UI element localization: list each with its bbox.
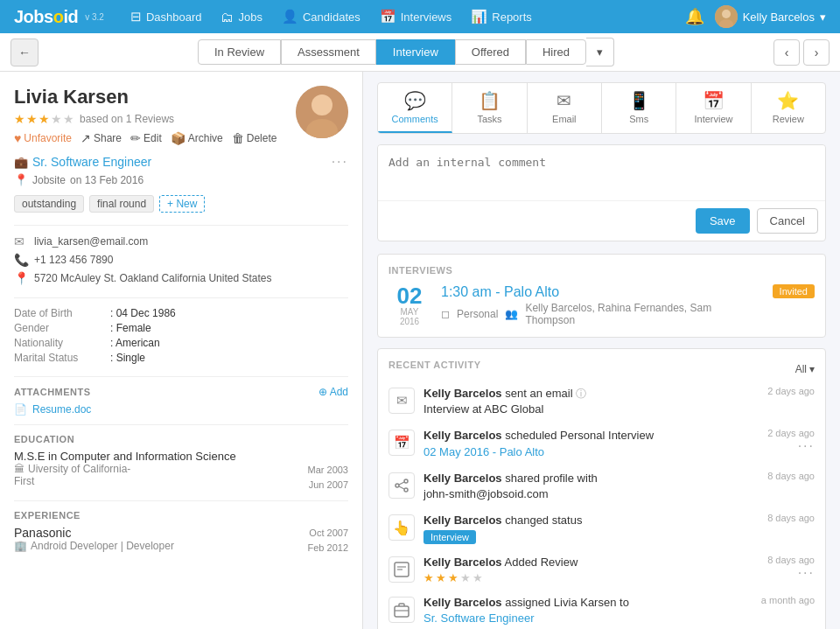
education-header: EDUCATION <box>14 434 348 444</box>
pipeline-stages: In Review Assessment Interview Offered H… <box>49 38 763 66</box>
user-dropdown-icon: ▾ <box>820 10 826 24</box>
add-attachment-button[interactable]: ⊕ Add <box>318 386 348 398</box>
pipeline-bar: ← In Review Assessment Interview Offered… <box>0 33 840 72</box>
bell-icon[interactable]: 🔔 <box>685 7 704 26</box>
gender-value: : Female <box>110 322 151 334</box>
activity-time-4: 8 days ago ··· <box>736 555 815 581</box>
education-title: EDUCATION <box>14 434 74 444</box>
rating-stars: ★ ★ ★ ★ ★ <box>14 112 74 126</box>
job-row: 💼 Sr. Software Engineer ··· <box>14 154 348 170</box>
nav-jobs[interactable]: 🗂 Jobs <box>212 0 270 33</box>
contact-email: ✉ livia_karsen@email.com <box>14 234 348 248</box>
tab-comments[interactable]: 💬 Comments <box>378 83 452 133</box>
candidate-avatar-image <box>296 86 348 138</box>
prev-candidate-button[interactable]: ‹ <box>774 39 800 66</box>
stage-offered[interactable]: Offered <box>455 39 526 65</box>
activity-item-1: 📅 Kelly Barcelos scheduled Personal Inte… <box>388 428 815 459</box>
activity-job-icon-5 <box>388 597 415 623</box>
comment-textarea[interactable] <box>378 145 825 198</box>
interview-details: 1:30 am - Palo Alto ◻ Personal 👥 Kelly B… <box>441 284 762 326</box>
job-more-button[interactable]: ··· <box>332 154 348 170</box>
activity-content-1: Kelly Barcelos scheduled Personal Interv… <box>424 428 727 459</box>
svg-line-11 <box>399 486 404 489</box>
nav-candidates[interactable]: 👤 Candidates <box>273 0 369 33</box>
tab-tasks[interactable]: 📋 Tasks <box>452 83 527 133</box>
jobs-icon: 🗂 <box>220 10 234 24</box>
activity-more-4[interactable]: ··· <box>736 565 815 581</box>
unfavorite-button[interactable]: ♥ Unfavorite <box>14 131 72 145</box>
tab-sms[interactable]: 📱 Sms <box>602 83 676 133</box>
user-menu[interactable]: Kelly Barcelos ▾ <box>715 5 826 28</box>
candidate-name: Livia Karsen <box>14 86 296 108</box>
comment-box: Save Cancel <box>377 144 826 241</box>
nav-reports[interactable]: 📊 Reports <box>462 0 541 33</box>
svg-point-8 <box>396 484 399 487</box>
experience-item: Panasonic 🏢 Android Developer | Develope… <box>14 526 348 555</box>
tab-email[interactable]: ✉ Email <box>528 83 602 133</box>
save-comment-button[interactable]: Save <box>696 208 750 234</box>
edu-school: 🏛 Uiversity of California- <box>14 463 130 475</box>
edit-button[interactable]: ✏ Edit <box>130 131 162 145</box>
activity-header: RECENT ACTIVITY All ▾ <box>388 360 815 379</box>
cancel-comment-button[interactable]: Cancel <box>757 208 818 234</box>
activity-share-icon-2 <box>388 472 415 499</box>
tab-interview[interactable]: 📅 Interview <box>676 83 751 133</box>
activity-subtext-1: 02 May 2016 - Palo Alto <box>424 444 727 460</box>
r-star-3: ★ <box>448 571 458 584</box>
tag-outstanding: outstanding <box>14 195 84 213</box>
rating-label: based on 1 Reviews <box>80 113 174 125</box>
back-button[interactable]: ← <box>10 38 38 66</box>
svg-point-7 <box>404 479 408 483</box>
attachment-file[interactable]: 📄 Resume.doc <box>14 403 348 416</box>
interview-month: MAY <box>388 307 430 317</box>
nav-links: ⊟ Dashboard 🗂 Jobs 👤 Candidates 📅 Interv… <box>122 0 685 33</box>
job-link[interactable]: 💼 Sr. Software Engineer <box>14 155 151 169</box>
activity-time-1: 2 days ago ··· <box>736 428 815 454</box>
tag-final-round: final round <box>89 195 154 213</box>
stage-in-review[interactable]: In Review <box>198 39 281 65</box>
activity-item: ✉ Kelly Barcelos sent an email ⓘ Intervi… <box>388 386 815 417</box>
delete-button[interactable]: 🗑 Delete <box>232 131 277 145</box>
stage-interview[interactable]: Interview <box>376 39 455 65</box>
stage-dropdown[interactable]: ▾ <box>586 38 614 66</box>
svg-point-4 <box>312 94 332 115</box>
tag-add-button[interactable]: + New <box>159 195 205 213</box>
divider-2 <box>14 297 348 298</box>
right-panel: 💬 Comments 📋 Tasks ✉ Email 📱 Sms 📅 Inter… <box>363 72 840 629</box>
svg-point-1 <box>722 10 731 18</box>
activity-content-3: Kelly Barcelos changed status Interview <box>424 513 727 544</box>
tab-review[interactable]: ⭐ Review <box>752 83 825 133</box>
interviews-icon: 📅 <box>380 9 396 24</box>
activity-more-1[interactable]: ··· <box>736 438 815 454</box>
activity-title: RECENT ACTIVITY <box>388 360 481 370</box>
candidate-info: Livia Karsen ★ ★ ★ ★ ★ based on 1 Review… <box>14 86 296 145</box>
divider-3 <box>14 376 348 377</box>
r-star-1: ★ <box>424 571 434 584</box>
activity-subtext-5: Sr. Software Engineer <box>424 611 727 626</box>
activity-all-button[interactable]: All ▾ <box>795 363 815 375</box>
nationality-row: Nationality : American <box>14 337 348 349</box>
contact-section: ✉ livia_karsen@email.com 📞 +1 123 456 78… <box>14 234 348 285</box>
activity-text-3: Kelly Barcelos changed status <box>424 513 727 528</box>
stage-assessment[interactable]: Assessment <box>281 39 376 65</box>
star-4: ★ <box>51 112 62 126</box>
activity-item-3: 👆 Kelly Barcelos changed status Intervie… <box>388 513 815 544</box>
edu-degree: M.S.E in Computer and Information Scienc… <box>14 450 348 463</box>
heart-icon: ♥ <box>14 131 21 145</box>
next-candidate-button[interactable]: › <box>803 39 830 66</box>
interview-tab-icon: 📅 <box>703 90 724 111</box>
share-button[interactable]: ↗ Share <box>80 131 122 145</box>
nav-interviews[interactable]: 📅 Interviews <box>371 0 461 33</box>
activity-item-4: Kelly Barcelos Added Review ★ ★ ★ ★ ★ 8 … <box>388 555 815 584</box>
nationality-label: Nationality <box>14 337 110 349</box>
interviews-section: INTERVIEWS 02 MAY 2016 1:30 am - Palo Al… <box>377 254 826 338</box>
stage-hired[interactable]: Hired <box>526 39 586 65</box>
activity-time-3: 8 days ago <box>736 513 815 523</box>
activity-job-link[interactable]: Sr. Software Engineer <box>424 612 534 625</box>
archive-button[interactable]: 📦 Archive <box>171 131 223 145</box>
archive-icon: 📦 <box>171 131 186 145</box>
exp-dates: Oct 2007 Feb 2012 <box>308 526 348 555</box>
finger-point-icon: 👆 <box>393 520 410 536</box>
activity-link-1[interactable]: 02 May 2016 - Palo Alto <box>424 445 544 458</box>
nav-dashboard[interactable]: ⊟ Dashboard <box>122 0 211 33</box>
